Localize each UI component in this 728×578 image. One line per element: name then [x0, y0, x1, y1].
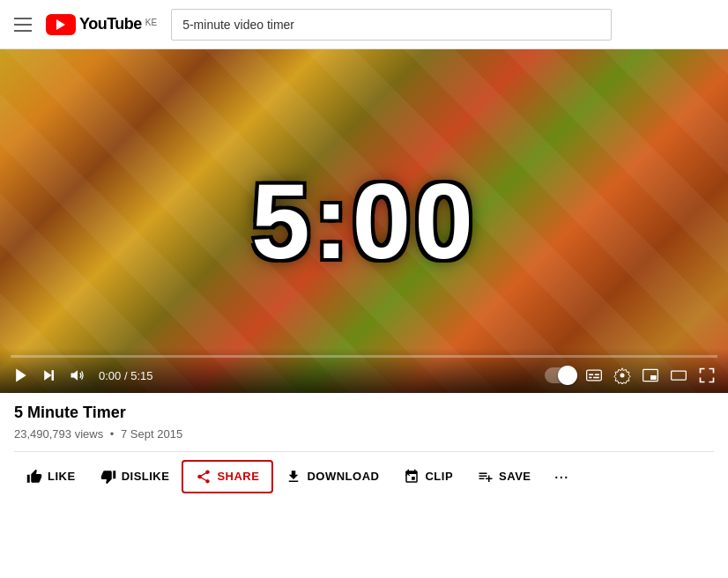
share-icon [196, 469, 212, 485]
svg-rect-11 [650, 375, 657, 380]
controls-row: 0:00 / 5:15 [11, 365, 717, 386]
dislike-icon [100, 469, 116, 485]
video-title: 5 Minute Timer [14, 404, 714, 422]
video-info: 5 Minute Timer 23,490,793 views • 7 Sept… [0, 393, 728, 500]
play-icon [12, 367, 30, 384]
svg-rect-12 [672, 371, 687, 380]
youtube-icon [46, 14, 76, 35]
upload-date: 7 Sept 2015 [121, 427, 182, 441]
clip-icon [404, 469, 420, 485]
play-button[interactable] [11, 365, 32, 386]
controls-right [545, 365, 717, 386]
save-label: SAVE [499, 470, 531, 483]
video-meta: 23,490,793 views • 7 Sept 2015 [14, 427, 714, 441]
theater-icon [670, 367, 687, 384]
share-button[interactable]: SHARE [182, 460, 273, 493]
save-icon [478, 469, 494, 485]
like-icon [26, 469, 42, 485]
svg-rect-5 [589, 374, 593, 375]
settings-icon [613, 367, 631, 384]
more-button[interactable]: ··· [547, 459, 576, 493]
youtube-logo[interactable]: YouTubeKE [46, 14, 157, 35]
svg-rect-6 [595, 374, 599, 375]
download-button[interactable]: DOWNLOAD [273, 462, 391, 492]
view-count: 23,490,793 views [14, 427, 103, 441]
svg-marker-1 [44, 370, 51, 381]
fullscreen-button[interactable] [696, 365, 717, 386]
more-label: ··· [554, 466, 569, 485]
timer-display: 5:00 [251, 160, 477, 282]
volume-icon [69, 367, 86, 384]
subtitles-button[interactable] [583, 365, 605, 386]
svg-rect-7 [589, 377, 591, 379]
volume-button[interactable] [67, 365, 88, 386]
clip-button[interactable]: CLIP [391, 462, 465, 492]
hamburger-menu[interactable] [14, 18, 32, 32]
miniplayer-button[interactable] [640, 365, 661, 386]
time-total: 5:15 [130, 369, 152, 382]
header: YouTubeKE [0, 0, 728, 49]
download-label: DOWNLOAD [307, 470, 379, 483]
like-button[interactable]: LIKE [14, 462, 88, 492]
svg-marker-0 [16, 369, 26, 382]
svg-rect-2 [52, 370, 55, 381]
theater-button[interactable] [668, 365, 689, 386]
autoplay-toggle[interactable] [545, 367, 576, 383]
time-display: 0:00 / 5:15 [99, 369, 152, 382]
country-code: KE [145, 18, 157, 27]
action-buttons: LIKE DISLIKE SHARE DOWNLOAD [14, 451, 714, 493]
save-button[interactable]: SAVE [465, 462, 543, 492]
skip-button[interactable] [39, 365, 60, 386]
video-player: 5:00 [0, 49, 728, 393]
like-label: LIKE [48, 470, 76, 483]
svg-point-9 [620, 374, 625, 378]
subtitles-icon [585, 367, 603, 384]
meta-separator: • [110, 427, 115, 441]
time-current: 0:00 [99, 369, 121, 382]
toggle-circle [558, 366, 577, 385]
miniplayer-icon [642, 367, 659, 384]
header-left: YouTubeKE [14, 14, 157, 35]
clip-label: CLIP [425, 470, 453, 483]
svg-marker-3 [71, 370, 78, 381]
progress-bar[interactable] [11, 355, 717, 358]
fullscreen-icon [698, 367, 716, 384]
video-thumbnail[interactable]: 5:00 [0, 49, 728, 393]
video-controls: 0:00 / 5:15 [0, 348, 728, 393]
youtube-wordmark: YouTube [79, 15, 142, 33]
share-label: SHARE [217, 470, 259, 483]
settings-button[interactable] [612, 365, 633, 386]
search-input[interactable] [171, 9, 612, 41]
skip-icon [41, 367, 58, 384]
svg-rect-8 [593, 377, 599, 379]
dislike-label: DISLIKE [122, 470, 170, 483]
dislike-button[interactable]: DISLIKE [88, 462, 182, 492]
download-icon [286, 469, 301, 485]
